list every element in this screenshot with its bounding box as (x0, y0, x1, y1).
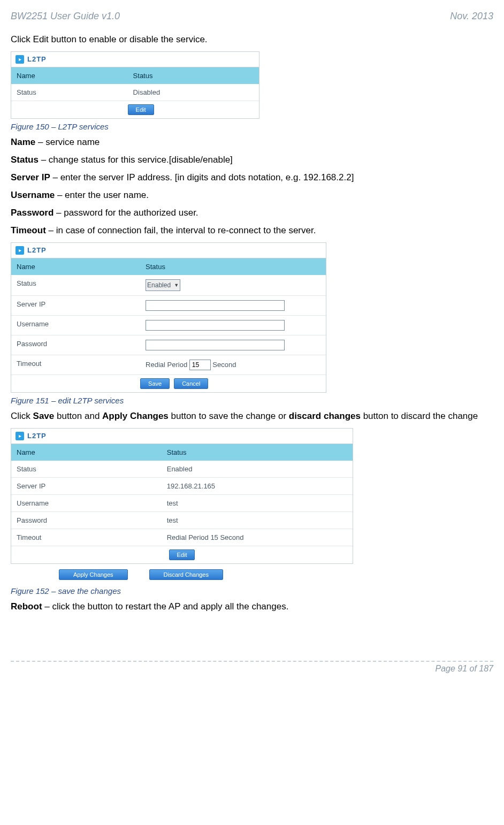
fig152-title: L2TP (27, 432, 47, 440)
fig152-row-status-key: Status (11, 461, 162, 477)
apply-changes-button[interactable]: Apply Changes (59, 569, 128, 580)
def-pass-key: Password (11, 208, 54, 218)
fig152-row-password: Password test (11, 512, 353, 529)
fig152-row-status: Status Enabled (11, 461, 353, 478)
save-instruction-post: button to discard the change (361, 411, 478, 421)
fig152-title-bar: ▸ L2TP (11, 429, 353, 444)
fig152-row-username-val: test (162, 495, 353, 511)
fig152-row-password-val: test (162, 512, 353, 529)
fig151-row-username: Username (11, 316, 326, 335)
fig152-change-bar: Apply Changes Discard Changes (11, 566, 353, 583)
def-user-val: – enter the user name. (55, 190, 149, 200)
fig150-title-bar: ▸ L2TP (11, 52, 259, 67)
save-instruction: Click Save button and Apply Changes butt… (11, 410, 493, 423)
fig151-head: Name Status (11, 258, 326, 275)
fig151-row-username-val (140, 316, 326, 335)
fig150-footer: Edit (11, 101, 259, 119)
def-user-key: Username (11, 190, 55, 200)
footer-divider (11, 661, 493, 662)
page-header: BW2251 User Guide v1.0 Nov. 2013 (11, 11, 493, 22)
fig151-title-bar: ▸ L2TP (11, 243, 326, 258)
def-time-val: – in case of connection fail, the interv… (46, 225, 316, 235)
def-server: Server IP – enter the server IP address.… (11, 172, 493, 184)
def-time: Timeout – in case of connection fail, th… (11, 225, 493, 237)
fig150-row-status: Status Disabled (11, 84, 259, 101)
serverip-input[interactable] (146, 300, 285, 311)
fig152-row-serverip: Server IP 192.168.21.165 (11, 478, 353, 495)
timeout-prefix: Redial Period (146, 361, 189, 369)
fig152-row-serverip-val: 192.168.21.165 (162, 478, 353, 494)
password-input[interactable] (146, 340, 285, 350)
fig152-row-username-key: Username (11, 495, 162, 511)
def-name: Name – service name (11, 136, 493, 149)
status-select-value: Enabled (147, 281, 171, 289)
fig151-footer: Save Cancel (11, 375, 326, 393)
fig152-footer: Edit (11, 546, 353, 564)
save-instruction-mid1: button and (54, 411, 102, 421)
fig151-row-serverip: Server IP (11, 296, 326, 316)
fig151-row-password: Password (11, 335, 326, 355)
timeout-suffix: Second (211, 361, 236, 369)
cancel-button[interactable]: Cancel (174, 378, 208, 389)
fig150-head-name: Name (11, 67, 128, 84)
page-number: Page 91 of 187 (11, 664, 493, 674)
fig151-row-status-val: Enabled ▼ (140, 275, 326, 295)
def-reboot-key: Reboot (11, 601, 42, 612)
fig152-row-serverip-key: Server IP (11, 478, 162, 494)
fig152-table: ▸ L2TP Name Status Status Enabled Server… (11, 428, 353, 564)
fig150-title: L2TP (27, 55, 47, 63)
discard-changes-button[interactable]: Discard Changes (149, 569, 223, 580)
fig152-head-status: Status (162, 444, 353, 461)
fig150-row-status-key: Status (11, 84, 128, 101)
edit-button[interactable]: Edit (128, 104, 154, 115)
fig152-head: Name Status (11, 444, 353, 461)
def-reboot-val: – click the button to restart the AP and… (42, 601, 289, 612)
fig150-row-status-val: Disabled (128, 84, 259, 101)
save-instruction-b1: Save (33, 411, 55, 421)
edit-button[interactable]: Edit (169, 549, 195, 560)
save-button[interactable]: Save (140, 378, 170, 389)
def-reboot: Reboot – click the button to restart the… (11, 601, 493, 613)
fig151-row-timeout: Timeout Redial Period Second (11, 355, 326, 375)
save-instruction-pre: Click (11, 411, 33, 421)
fig151-row-username-key: Username (11, 316, 140, 335)
fig152-caption: Figure 152 – save the changes (11, 586, 493, 595)
def-server-key: Server IP (11, 172, 50, 182)
fig152-row-username: Username test (11, 495, 353, 512)
def-status: Status – change status for this service.… (11, 154, 493, 166)
save-instruction-mid2: button to save the change or (169, 411, 289, 421)
def-name-val: – service name (35, 137, 100, 147)
fig151-row-password-key: Password (11, 335, 140, 355)
def-server-val: – enter the server IP address. [in digit… (50, 172, 354, 182)
status-select[interactable]: Enabled ▼ (146, 279, 180, 291)
fig152-head-name: Name (11, 444, 162, 461)
fig152-row-timeout: Timeout Redial Period 15 Second (11, 529, 353, 546)
fig151-table: ▸ L2TP Name Status Status Enabled ▼ Serv… (11, 242, 326, 393)
fig150-head-status: Status (128, 67, 259, 84)
chevron-down-icon: ▼ (174, 282, 179, 288)
fig151-row-password-val (140, 335, 326, 355)
fig152-row-timeout-key: Timeout (11, 529, 162, 546)
doc-date: Nov. 2013 (450, 11, 493, 22)
timeout-input[interactable] (189, 360, 211, 370)
username-input[interactable] (146, 320, 285, 331)
doc-title: BW2251 User Guide v1.0 (11, 11, 120, 22)
def-time-key: Timeout (11, 225, 46, 235)
fig151-row-timeout-val: Redial Period Second (140, 355, 326, 375)
save-instruction-b2: Apply Changes (102, 411, 169, 421)
def-user: Username – enter the user name. (11, 189, 493, 202)
def-status-val: – change status for this service.[disabl… (39, 155, 233, 165)
fig151-row-serverip-val (140, 296, 326, 315)
fig151-title: L2TP (27, 246, 47, 254)
def-pass-val: – password for the authorized user. (54, 208, 198, 218)
page-footer: Page 91 of 187 (11, 661, 493, 674)
fig151-row-serverip-key: Server IP (11, 296, 140, 315)
fig151-row-status: Status Enabled ▼ (11, 275, 326, 296)
save-instruction-b3: discard changes (289, 411, 361, 421)
fig151-head-name: Name (11, 258, 140, 275)
expand-icon: ▸ (16, 246, 24, 255)
intro-text: Click Edit button to enable or disable t… (11, 34, 493, 46)
def-pass: Password – password for the authorized u… (11, 207, 493, 219)
fig150-table: ▸ L2TP Name Status Status Disabled Edit (11, 51, 259, 119)
fig151-caption: Figure 151 – edit L2TP services (11, 396, 493, 405)
